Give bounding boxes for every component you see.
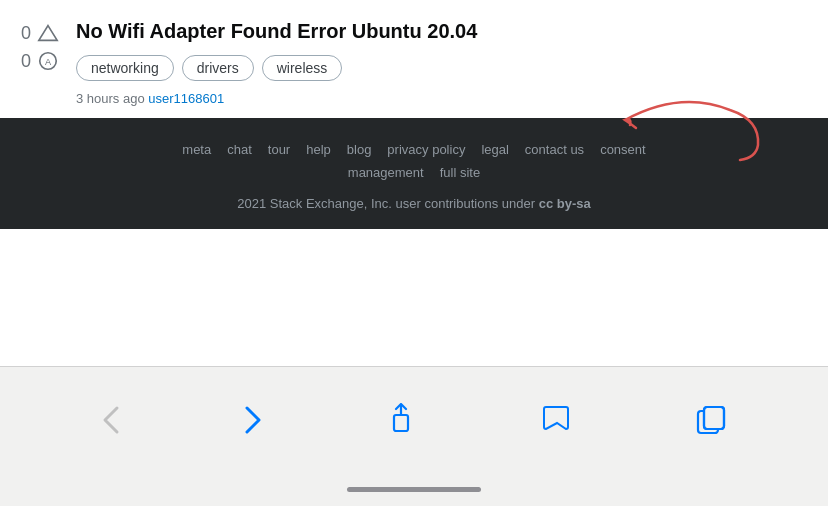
upvote-icon[interactable] (37, 22, 59, 44)
tags-row: networking drivers wireless (76, 55, 808, 81)
share-button[interactable] (386, 403, 416, 437)
copyright-text: 2021 Stack Exchange, Inc. user contribut… (237, 196, 535, 211)
answer-icon[interactable]: A (37, 50, 59, 72)
home-bar (347, 487, 481, 492)
footer-link-blog[interactable]: blog (339, 140, 380, 159)
svg-rect-5 (704, 407, 724, 429)
question-content: No Wifi Adapter Found Error Ubuntu 20.04… (76, 18, 808, 106)
footer-link-consent[interactable]: consent (592, 140, 654, 159)
footer-link-help[interactable]: help (298, 140, 339, 159)
footer-link-chat[interactable]: chat (219, 140, 260, 159)
tabs-button[interactable] (696, 405, 726, 435)
upvote-count: 0 (21, 23, 31, 44)
footer-link-legal[interactable]: legal (473, 140, 516, 159)
meta-time: 3 hours ago (76, 91, 145, 106)
browser-bar (0, 366, 828, 506)
tag-wireless[interactable]: wireless (262, 55, 343, 81)
footer-link-privacy[interactable]: privacy policy (379, 140, 473, 159)
tag-drivers[interactable]: drivers (182, 55, 254, 81)
footer-links-row2: management full site (40, 163, 788, 182)
forward-button[interactable] (244, 405, 262, 435)
footer: meta chat tour help blog privacy policy … (0, 118, 828, 229)
vote-section: 0 0 A (20, 18, 60, 72)
license-text[interactable]: cc by-sa (539, 196, 591, 211)
answer-count: 0 (21, 51, 31, 72)
content-area: 0 0 A No Wifi Adapter Found Error Ubuntu… (0, 0, 828, 118)
footer-link-meta[interactable]: meta (174, 140, 219, 159)
browser-controls (0, 367, 828, 472)
question-row: 0 0 A No Wifi Adapter Found Error Ubuntu… (20, 18, 808, 118)
footer-link-fullsite[interactable]: full site (432, 163, 488, 182)
svg-marker-0 (39, 26, 57, 41)
tag-networking[interactable]: networking (76, 55, 174, 81)
footer-links-row1: meta chat tour help blog privacy policy … (40, 140, 788, 159)
home-indicator (0, 472, 828, 506)
upvote-item: 0 (21, 22, 59, 44)
footer-link-tour[interactable]: tour (260, 140, 298, 159)
meta-row: 3 hours ago user1168601 (76, 91, 808, 106)
footer-link-contact[interactable]: contact us (517, 140, 592, 159)
footer-links: meta chat tour help blog privacy policy … (40, 140, 788, 182)
footer-link-management[interactable]: management (340, 163, 432, 182)
footer-copyright: 2021 Stack Exchange, Inc. user contribut… (40, 196, 788, 211)
answer-item: 0 A (21, 50, 59, 72)
question-title[interactable]: No Wifi Adapter Found Error Ubuntu 20.04 (76, 18, 808, 45)
svg-text:A: A (45, 57, 52, 67)
meta-user-link[interactable]: user1168601 (148, 91, 224, 106)
svg-rect-3 (394, 415, 408, 431)
back-button[interactable] (102, 405, 120, 435)
bookmarks-button[interactable] (540, 405, 572, 435)
